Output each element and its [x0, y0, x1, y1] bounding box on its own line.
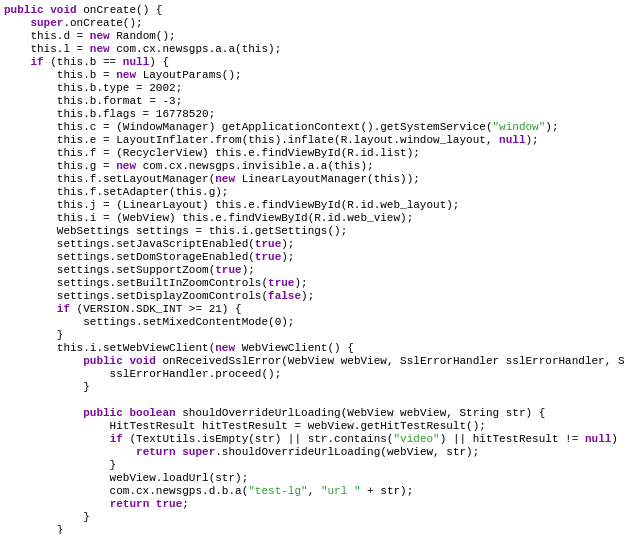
code-text: return super.shouldOverrideUrlLoading(we… [4, 446, 479, 459]
code-line [0, 394, 624, 407]
code-text: this.e = LayoutInflater.from(this).infla… [4, 134, 539, 147]
code-text: webView.loadUrl(str); [4, 472, 248, 485]
code-text: com.cx.newsgps.d.b.a("test-lg", "url " +… [4, 485, 413, 498]
code-text: this.c = (WindowManager) getApplicationC… [4, 121, 559, 134]
code-line: WebSettings settings = this.i.getSetting… [0, 225, 624, 238]
code-line: } [0, 329, 624, 342]
code-text: public void onCreate() { [4, 4, 162, 17]
code-line: webView.loadUrl(str); [0, 472, 624, 485]
code-line: public void onCreate() { [0, 4, 624, 17]
code-line: super.onCreate(); [0, 17, 624, 30]
code-text: this.d = new Random(); [4, 30, 176, 43]
code-text: this.i.setWebViewClient(new WebViewClien… [4, 342, 354, 355]
code-line: this.b = new LayoutParams(); [0, 69, 624, 82]
code-line: return true; [0, 498, 624, 511]
code-text: if (this.b == null) { [4, 56, 169, 69]
code-line: this.i.setWebViewClient(new WebViewClien… [0, 342, 624, 355]
code-line: settings.setJavaScriptEnabled(true); [0, 238, 624, 251]
code-text: } [4, 511, 90, 524]
code-line: this.c = (WindowManager) getApplicationC… [0, 121, 624, 134]
code-line: this.e = LayoutInflater.from(this).infla… [0, 134, 624, 147]
code-line: return super.shouldOverrideUrlLoading(we… [0, 446, 624, 459]
code-text: this.b.format = -3; [4, 95, 182, 108]
code-text: WebSettings settings = this.i.getSetting… [4, 225, 347, 238]
code-text: this.j = (LinearLayout) this.e.findViewB… [4, 199, 459, 212]
code-line: if (VERSION.SDK_INT >= 21) { [0, 303, 624, 316]
code-line: this.i = (WebView) this.e.findViewById(R… [0, 212, 624, 225]
code-text: this.f = (RecyclerView) this.e.findViewB… [4, 147, 420, 160]
code-line: sslErrorHandler.proceed(); [0, 368, 624, 381]
code-text: this.b = new LayoutParams(); [4, 69, 242, 82]
code-text: this.b.type = 2002; [4, 82, 182, 95]
code-text: this.f.setLayoutManager(new LinearLayout… [4, 173, 420, 186]
code-text: this.b.flags = 16778520; [4, 108, 215, 121]
code-text: } [4, 381, 90, 394]
code-text: public boolean shouldOverrideUrlLoading(… [4, 407, 545, 420]
code-line: this.j = (LinearLayout) this.e.findViewB… [0, 199, 624, 212]
code-line: } [0, 524, 624, 534]
code-text: return true; [4, 498, 189, 511]
code-line: if (TextUtils.isEmpty(str) || str.contai… [0, 433, 624, 446]
code-line: settings.setDomStorageEnabled(true); [0, 251, 624, 264]
code-line: this.f = (RecyclerView) this.e.findViewB… [0, 147, 624, 160]
code-text: super.onCreate(); [4, 17, 143, 30]
code-editor: public void onCreate() { super.onCreate(… [0, 0, 624, 534]
code-text: settings.setSupportZoom(true); [4, 264, 255, 277]
code-text: settings.setBuiltInZoomControls(true); [4, 277, 308, 290]
code-line: this.l = new com.cx.newsgps.a.a(this); [0, 43, 624, 56]
code-line: } [0, 511, 624, 524]
code-text: HitTestResult hitTestResult = webView.ge… [4, 420, 486, 433]
code-line: this.f.setLayoutManager(new LinearLayout… [0, 173, 624, 186]
code-line: this.b.type = 2002; [0, 82, 624, 95]
code-line: settings.setMixedContentMode(0); [0, 316, 624, 329]
code-line: public void onReceivedSslError(WebView w… [0, 355, 624, 368]
code-line: com.cx.newsgps.d.b.a("test-lg", "url " +… [0, 485, 624, 498]
code-line: this.f.setAdapter(this.g); [0, 186, 624, 199]
code-text: settings.setJavaScriptEnabled(true); [4, 238, 294, 251]
code-text: settings.setDisplayZoomControls(false); [4, 290, 314, 303]
code-text: if (TextUtils.isEmpty(str) || str.contai… [4, 433, 624, 446]
code-line: settings.setBuiltInZoomControls(true); [0, 277, 624, 290]
code-line: this.b.format = -3; [0, 95, 624, 108]
code-line: public boolean shouldOverrideUrlLoading(… [0, 407, 624, 420]
code-line: } [0, 381, 624, 394]
code-text: this.i = (WebView) this.e.findViewById(R… [4, 212, 413, 225]
code-text: } [4, 329, 63, 342]
code-line: this.b.flags = 16778520; [0, 108, 624, 121]
code-line: HitTestResult hitTestResult = webView.ge… [0, 420, 624, 433]
code-text: this.g = new com.cx.newsgps.invisible.a.… [4, 160, 374, 173]
code-text: this.l = new com.cx.newsgps.a.a(this); [4, 43, 281, 56]
code-text: this.f.setAdapter(this.g); [4, 186, 228, 199]
code-text: sslErrorHandler.proceed(); [4, 368, 281, 381]
code-line: this.g = new com.cx.newsgps.invisible.a.… [0, 160, 624, 173]
code-line: } [0, 459, 624, 472]
code-text: if (VERSION.SDK_INT >= 21) { [4, 303, 242, 316]
code-text: settings.setMixedContentMode(0); [4, 316, 294, 329]
code-line: settings.setSupportZoom(true); [0, 264, 624, 277]
code-text: public void onReceivedSslError(WebView w… [4, 355, 624, 368]
code-line: if (this.b == null) { [0, 56, 624, 69]
code-text: } [4, 524, 63, 534]
code-line: this.d = new Random(); [0, 30, 624, 43]
code-text: settings.setDomStorageEnabled(true); [4, 251, 294, 264]
code-line: settings.setDisplayZoomControls(false); [0, 290, 624, 303]
code-text: } [4, 459, 116, 472]
